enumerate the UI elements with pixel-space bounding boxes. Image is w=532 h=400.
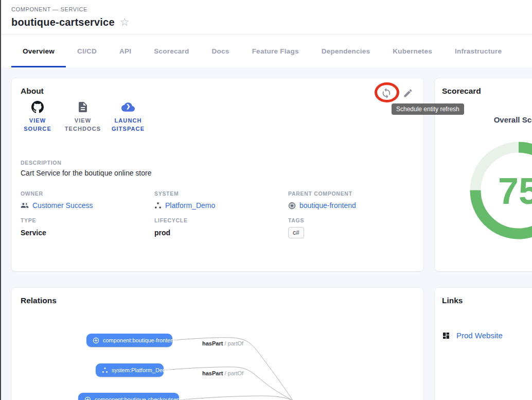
refresh-tooltip: Schedule entity refresh — [392, 103, 464, 115]
relation-node-label: component:boutique-checkoutservice — [95, 396, 188, 400]
relation-node-boutique-checkoutservice[interactable]: component:boutique-checkoutservice — [78, 393, 179, 400]
entity-header: COMPONENT — SERVICE boutique-cartservice… — [0, 0, 532, 34]
about-card: About VIEW SOURCE VIEW TE — [11, 78, 423, 271]
favorite-star-icon[interactable]: ☆ — [120, 16, 130, 27]
about-card-title: About — [21, 86, 44, 96]
entity-tabbar: Overview CI/CD API Scorecard Docs Featur… — [0, 34, 532, 67]
links-card-title: Links — [442, 296, 463, 305]
view-source-label: VIEW SOURCE — [16, 116, 59, 133]
owner-link[interactable]: Customer Success — [32, 201, 93, 210]
tab-cicd[interactable]: CI/CD — [66, 34, 108, 67]
launch-gitspace-label: LAUNCH GITSPACE — [107, 116, 149, 133]
gitspace-cloud-icon: ❯ — [121, 101, 135, 113]
description-text: Cart Service for the boutique online sto… — [21, 169, 151, 177]
component-icon — [84, 396, 91, 400]
edit-entity-button[interactable] — [399, 84, 417, 102]
link-item: Prod Website — [442, 331, 503, 340]
dashboard-icon — [442, 332, 450, 340]
schedule-refresh-button[interactable] — [378, 84, 395, 102]
parent-component-label: PARENT COMPONENT — [288, 190, 417, 197]
overall-score-label: Overall Score — [462, 115, 532, 124]
type-label: TYPE — [21, 217, 149, 223]
github-icon — [31, 101, 44, 113]
relations-card: Relations component:boutique-frontend sy… — [11, 288, 423, 400]
launch-gitspace-button[interactable]: ❯ LAUNCH GITSPACE — [107, 101, 149, 133]
type-value: Service — [21, 229, 149, 237]
description-label: DESCRIPTION — [21, 160, 61, 166]
relation-node-label: component:boutique-frontend — [103, 337, 177, 343]
docs-icon — [77, 101, 89, 113]
view-source-button[interactable]: VIEW SOURCE — [16, 101, 59, 133]
window-left-edge — [0, 0, 1, 400]
tab-infrastructure[interactable]: Infrastructure — [444, 34, 513, 67]
score-value: 75 — [498, 170, 532, 212]
tab-feature-flags[interactable]: Feature Flags — [241, 34, 310, 67]
links-card: Links Prod Website — [435, 288, 532, 400]
system-link[interactable]: Platform_Demo — [165, 201, 215, 210]
tab-api[interactable]: API — [108, 34, 143, 67]
breadcrumb: COMPONENT — SERVICE — [11, 6, 87, 12]
relation-node-boutique-frontend[interactable]: component:boutique-frontend — [86, 334, 172, 347]
system-icon — [154, 202, 162, 209]
component-icon — [288, 202, 296, 210]
page-content: About VIEW SOURCE VIEW TE — [0, 67, 532, 400]
lifecycle-value: prod — [154, 229, 283, 237]
edge-label: hasPart / partOf — [202, 340, 243, 346]
edge-label: hasPart / partOf — [202, 370, 243, 376]
prod-website-link[interactable]: Prod Website — [456, 331, 503, 340]
tab-dependencies[interactable]: Dependencies — [310, 34, 382, 67]
tab-overview[interactable]: Overview — [11, 34, 66, 67]
component-icon — [93, 337, 99, 344]
owner-label: OWNER — [21, 190, 149, 197]
tab-scorecard[interactable]: Scorecard — [143, 34, 200, 67]
view-techdocs-button[interactable]: VIEW TECHDOCS — [62, 101, 104, 133]
page-title: boutique-cartservice — [11, 16, 115, 28]
system-icon — [102, 367, 108, 373]
score-donut-chart: 75 — [467, 139, 532, 242]
refresh-icon — [381, 88, 392, 99]
relation-node-platform-demo[interactable]: system:Platform_Demo — [96, 363, 164, 377]
pencil-icon — [403, 88, 413, 98]
lifecycle-label: LIFECYCLE — [154, 217, 283, 223]
system-label: SYSTEM — [154, 190, 283, 197]
relation-node-label: system:Platform_Demo — [112, 367, 170, 373]
scorecard-card-title: Scorecard — [442, 86, 481, 96]
tag-chip[interactable]: c# — [288, 227, 304, 238]
group-icon — [21, 201, 29, 210]
tags-label: TAGS — [288, 217, 417, 223]
view-techdocs-label: VIEW TECHDOCS — [62, 116, 104, 133]
parent-component-link[interactable]: boutique-frontend — [299, 201, 356, 210]
tab-kubernetes[interactable]: Kubernetes — [381, 34, 444, 67]
tab-docs[interactable]: Docs — [201, 34, 241, 67]
